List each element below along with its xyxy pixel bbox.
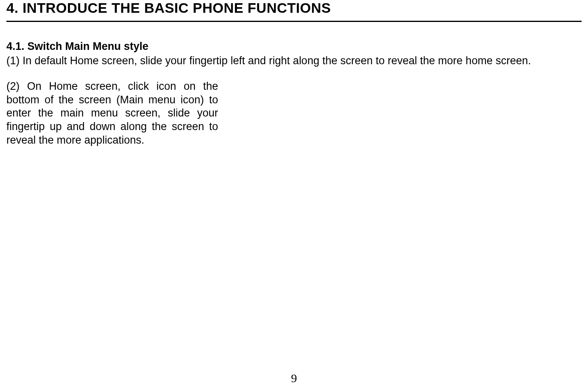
section-title: 4.1. Switch Main Menu style	[6, 40, 582, 53]
paragraph-1: (1) In default Home screen, slide your f…	[6, 54, 582, 68]
chapter-divider	[6, 21, 582, 22]
paragraph-2: (2) On Home screen, click icon on the bo…	[6, 80, 218, 147]
chapter-title: 4. INTRODUCE THE BASIC PHONE FUNCTIONS	[6, 0, 582, 16]
page-number: 9	[291, 371, 297, 385]
